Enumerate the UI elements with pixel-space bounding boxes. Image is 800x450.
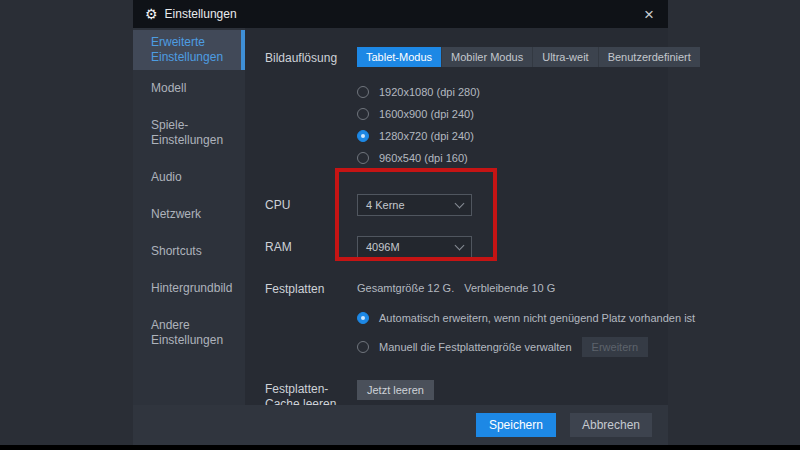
- close-icon[interactable]: ×: [642, 6, 656, 23]
- tab-ultra-weit[interactable]: Ultra-weit: [533, 47, 598, 67]
- tab-mobiler-modus[interactable]: Mobiler Modus: [442, 47, 533, 67]
- chevron-down-icon: [455, 241, 465, 251]
- sidebar-item-audio[interactable]: Audio: [133, 159, 245, 196]
- resolution-mode-tabs: Tablet-Modus Mobiler Modus Ultra-weit Be…: [357, 47, 700, 67]
- disk-free: Verbleibende 10 G: [464, 282, 555, 294]
- radio-option-manual-disk[interactable]: Manuell die Festplattengröße verwalten E…: [357, 336, 700, 358]
- dialog-footer: Speichern Abbrechen: [133, 405, 668, 445]
- sidebar-item-andere-einstellungen[interactable]: Andere Einstellungen: [133, 307, 245, 359]
- sidebar-item-netzwerk[interactable]: Netzwerk: [133, 196, 245, 233]
- letterbox-strip: [0, 445, 800, 450]
- dialog-title: Einstellungen: [165, 7, 237, 21]
- sidebar-item-label: Shortcuts: [151, 244, 202, 258]
- screen-background: ⚙ Einstellungen × Erweiterte Einstellung…: [0, 0, 800, 450]
- radio-option-1920x1080[interactable]: 1920x1080 (dpi 280): [357, 81, 700, 103]
- settings-dialog: ⚙ Einstellungen × Erweiterte Einstellung…: [133, 0, 668, 445]
- sidebar-item-modell[interactable]: Modell: [133, 70, 245, 107]
- radio-icon: [357, 108, 369, 120]
- resolution-label: Bildauflösung: [265, 51, 357, 66]
- radio-option-960x540[interactable]: 960x540 (dpi 160): [357, 147, 700, 169]
- sidebar-item-label: Hintergrundbild: [151, 281, 232, 295]
- resolution-row: Bildauflösung Tablet-Modus Mobiler Modus…: [265, 47, 700, 67]
- radio-icon: [357, 86, 369, 98]
- sidebar-item-label: Spiele-Einstellungen: [151, 118, 223, 147]
- cpu-dropdown-value: 4 Kerne: [366, 199, 456, 211]
- expand-button[interactable]: Erweitern: [582, 337, 648, 357]
- radio-option-1280x720[interactable]: 1280x720 (dpi 240): [357, 125, 700, 147]
- resolution-options: 1920x1080 (dpi 280) 1600x900 (dpi 240) 1…: [357, 81, 700, 169]
- disk-info: Gesamtgröße 12 G.Verbleibende 10 G: [357, 282, 700, 294]
- chevron-down-icon: [455, 199, 465, 209]
- sidebar-item-spiele-einstellungen[interactable]: Spiele-Einstellungen: [133, 107, 245, 159]
- disk-row: Festplatten Gesamtgröße 12 G.Verbleibend…: [265, 282, 700, 358]
- tab-benutzerdefiniert[interactable]: Benutzerdefiniert: [599, 47, 700, 67]
- sidebar-item-label: Audio: [151, 170, 182, 184]
- ram-dropdown-value: 4096M: [366, 241, 456, 253]
- cpu-label: CPU: [265, 198, 357, 213]
- ram-row: RAM 4096M: [265, 236, 700, 258]
- sidebar-item-label: Erweiterte Einstellungen: [151, 35, 223, 64]
- sidebar-item-label: Netzwerk: [151, 207, 201, 221]
- settings-sidebar: Erweiterte Einstellungen Modell Spiele-E…: [133, 28, 245, 445]
- save-button[interactable]: Speichern: [476, 413, 556, 437]
- gear-icon: ⚙: [145, 7, 158, 21]
- ram-dropdown[interactable]: 4096M: [357, 236, 472, 258]
- dialog-titlebar: ⚙ Einstellungen ×: [133, 0, 668, 28]
- tab-tablet-modus[interactable]: Tablet-Modus: [357, 47, 442, 67]
- cancel-button[interactable]: Abbrechen: [570, 413, 652, 437]
- sidebar-item-label: Andere Einstellungen: [151, 318, 223, 347]
- radio-option-1600x900[interactable]: 1600x900 (dpi 240): [357, 103, 700, 125]
- disk-label: Festplatten: [265, 282, 357, 297]
- radio-icon-selected: [357, 130, 369, 142]
- cpu-dropdown[interactable]: 4 Kerne: [357, 194, 472, 216]
- radio-icon-selected: [357, 312, 369, 324]
- ram-label: RAM: [265, 240, 357, 255]
- sidebar-item-erweiterte-einstellungen[interactable]: Erweiterte Einstellungen: [133, 30, 245, 70]
- sidebar-item-hintergrundbild[interactable]: Hintergrundbild: [133, 270, 245, 307]
- radio-icon: [357, 152, 369, 164]
- radio-option-auto-expand[interactable]: Automatisch erweitern, wenn nicht genüge…: [357, 307, 700, 329]
- settings-content: Bildauflösung Tablet-Modus Mobiler Modus…: [245, 28, 714, 445]
- clear-cache-button[interactable]: Jetzt leeren: [357, 380, 434, 400]
- disk-total: Gesamtgröße 12 G.: [357, 282, 454, 294]
- cpu-row: CPU 4 Kerne: [265, 194, 700, 216]
- sidebar-item-label: Modell: [151, 81, 186, 95]
- sidebar-item-shortcuts[interactable]: Shortcuts: [133, 233, 245, 270]
- radio-icon: [357, 341, 369, 353]
